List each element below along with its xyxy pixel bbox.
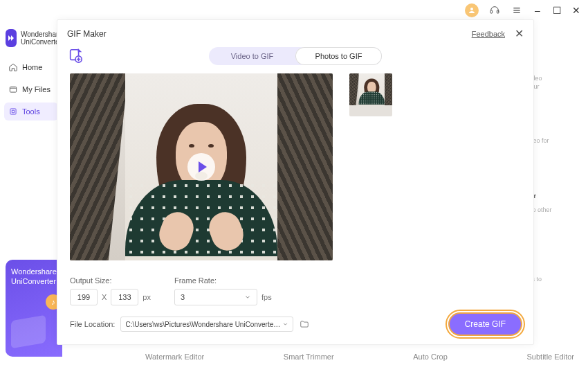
titlebar: – ☐ ✕ — [0, 0, 588, 21]
fps-unit: fps — [261, 293, 272, 301]
window-maximize[interactable]: ☐ — [552, 5, 562, 16]
brand-logo-icon — [6, 29, 17, 47]
frame-rate-label: Frame Rate: — [174, 276, 272, 285]
brand-text: Wondershare UniConverter — [21, 30, 62, 46]
add-file-button[interactable] — [67, 47, 84, 64]
sidebar-item-label: Tools — [22, 107, 40, 116]
dialog-header: GIF Maker Feedback ✕ — [57, 20, 533, 44]
sidebar-item-tools[interactable]: Tools — [4, 103, 58, 121]
height-input[interactable]: 133 — [111, 289, 138, 305]
output-size-label: Output Size: — [70, 276, 151, 285]
tool-link[interactable]: Auto Crop — [413, 353, 448, 361]
create-gif-button[interactable]: Create GIF — [450, 314, 521, 335]
dialog-footer: File Location: C:\Users\ws\Pictures\Wond… — [57, 305, 533, 344]
close-icon[interactable]: ✕ — [515, 27, 524, 40]
chevron-down-icon — [244, 294, 251, 301]
dialog-content — [57, 65, 533, 276]
files-icon — [8, 84, 18, 94]
feedback-link[interactable]: Feedback — [472, 30, 505, 38]
tool-link[interactable]: Subtitle Editor — [527, 353, 574, 361]
file-location-group: File Location: C:\Users\ws\Pictures\Wond… — [70, 317, 310, 332]
tab-video-to-gif[interactable]: Video to GIF — [209, 47, 295, 65]
user-avatar[interactable] — [465, 3, 479, 17]
file-location-label: File Location: — [70, 320, 115, 328]
window-close[interactable]: ✕ — [571, 5, 581, 16]
window-minimize[interactable]: – — [533, 5, 542, 16]
preview-pane[interactable] — [70, 73, 333, 260]
home-icon — [8, 62, 18, 72]
svg-rect-1 — [490, 10, 493, 13]
output-controls: Output Size: 199 X 133 px Frame Rate: 3 … — [57, 276, 533, 305]
sidebar-item-label: My Files — [22, 85, 50, 94]
menu-icon[interactable] — [511, 4, 523, 17]
mode-tabs: Video to GIF Photos to GIF — [209, 47, 382, 65]
sidebar-item-files[interactable]: My Files — [4, 80, 58, 98]
open-folder-button[interactable] — [299, 319, 310, 330]
tool-link[interactable]: Watermark Editor — [145, 353, 204, 361]
file-location-select[interactable]: C:\Users\ws\Pictures\Wondershare UniConv… — [120, 317, 293, 332]
support-icon[interactable] — [488, 4, 501, 17]
gif-maker-dialog: GIF Maker Feedback ✕ Video to GIF Photos… — [57, 19, 534, 345]
thumbnail[interactable] — [349, 73, 392, 116]
frame-rate-group: Frame Rate: 3 fps — [174, 276, 272, 305]
frame-rate-select[interactable]: 3 — [174, 289, 257, 305]
px-unit: px — [143, 293, 151, 301]
tool-link[interactable]: Smart Trimmer — [284, 353, 334, 361]
width-input[interactable]: 199 — [70, 289, 98, 305]
svg-point-0 — [470, 8, 473, 10]
tools-icon — [8, 107, 18, 116]
play-icon[interactable] — [187, 153, 215, 181]
sidebar-item-label: Home — [22, 63, 42, 71]
svg-rect-6 — [10, 87, 16, 93]
sidebar-item-home[interactable]: Home — [4, 58, 58, 76]
svg-rect-2 — [497, 10, 499, 13]
tab-photos-to-gif[interactable]: Photos to GIF — [295, 47, 382, 65]
brand: Wondershare UniConverter — [4, 26, 58, 54]
svg-rect-7 — [10, 109, 16, 114]
output-size-group: Output Size: 199 X 133 px — [70, 276, 151, 305]
promo-art — [11, 318, 53, 353]
chevron-down-icon — [282, 321, 288, 328]
bottom-tools: Watermark Editor Smart Trimmer Auto Crop… — [145, 353, 574, 361]
x-separator: X — [102, 293, 107, 301]
dialog-title: GIF Maker — [67, 29, 107, 39]
